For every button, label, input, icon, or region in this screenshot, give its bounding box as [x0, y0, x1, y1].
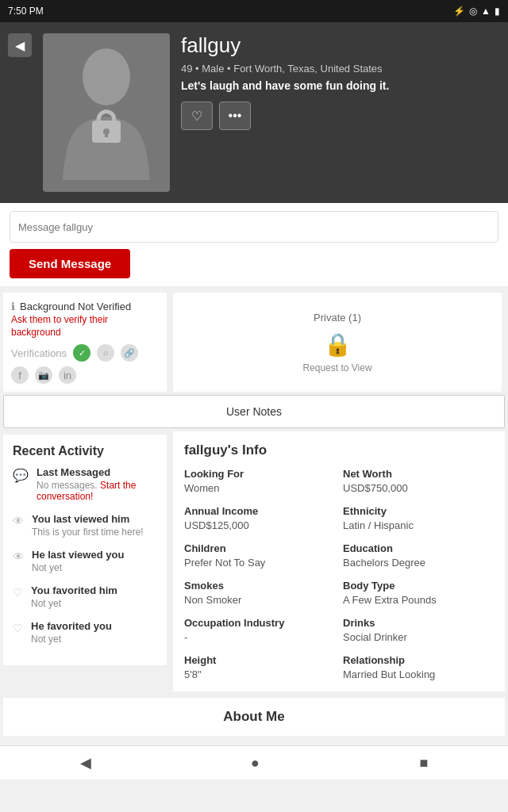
activity-viewed-him: 👁 You last viewed him This is your first… [13, 513, 157, 538]
viewed-him-sub: This is your first time here! [32, 527, 144, 538]
activity-viewed-you: 👁 He last viewed you Not yet [13, 549, 157, 573]
svg-point-0 [83, 48, 130, 105]
private-title: Private (1) [314, 312, 361, 324]
more-options-button[interactable]: ••• [219, 102, 251, 130]
viewed-you-sub: Not yet [32, 562, 124, 573]
info-field-net-worth: Net Worth USD$750,000 [343, 468, 494, 494]
verify-icon-check: ✓ [73, 344, 90, 362]
info-field-smokes: Smokes Non Smoker [184, 580, 335, 606]
verification-private-row: ℹ Background Not Verified Ask them to ve… [0, 289, 508, 392]
he-favorited-icon: ♡ [13, 622, 23, 634]
info-field-annual-income: Annual Income USD$125,000 [184, 505, 335, 531]
bluetooth-icon: ⚡ [453, 6, 465, 17]
message-area: Send Message [0, 203, 508, 286]
verifications-row: Verifications ✓ ○ 🔗 [11, 344, 159, 362]
viewed-you-icon: 👁 [13, 550, 24, 563]
fallguy-info: fallguy's Info Looking For Women Net Wor… [173, 431, 505, 691]
info-field-ethnicity: Ethnicity Latin / Hispanic [343, 505, 494, 531]
info-field-education: Education Bachelors Degree [343, 542, 494, 569]
svg-rect-3 [105, 132, 108, 137]
activity-last-messaged: 💬 Last Messaged No messages. Start the c… [13, 466, 157, 502]
status-icons: ⚡ ◎ ▲ ▮ [453, 6, 500, 17]
nav-home-button[interactable]: ● [251, 755, 260, 772]
he-favorited-sub: Not yet [31, 634, 112, 645]
verify-link[interactable]: Ask them to verify their background [11, 314, 108, 338]
profile-meta: 49 • Male • Fort Worth, Texas, United St… [181, 63, 497, 75]
verify-icon-circle: ○ [97, 344, 114, 362]
user-notes-button[interactable]: User Notes [3, 395, 505, 428]
you-favorited-sub: Not yet [31, 598, 117, 609]
info-field-height: Height 5'8" [184, 654, 335, 680]
info-field-body-type: Body Type A Few Extra Pounds [343, 580, 494, 606]
verify-icon-link: 🔗 [121, 344, 138, 362]
info-grid: Looking For Women Net Worth USD$750,000 … [184, 468, 494, 680]
info-icon: ℹ [11, 301, 15, 312]
profile-tagline: Let's laugh and have some fun doing it. [181, 79, 497, 92]
last-messaged-label: Last Messaged [37, 466, 157, 478]
nav-square-button[interactable]: ■ [419, 755, 428, 772]
info-field-looking-for: Looking For Women [184, 468, 335, 494]
message-input[interactable] [10, 211, 498, 243]
status-time: 7:50 PM [8, 6, 44, 17]
bottom-nav: ◀ ● ■ [0, 745, 508, 779]
activity-he-favorited: ♡ He favorited you Not yet [13, 620, 157, 645]
activity-you-favorited: ♡ You favorited him Not yet [13, 584, 157, 609]
last-messaged-sub: No messages. Start the conversation! [37, 480, 157, 502]
private-box: Private (1) 🔒 Request to View [173, 293, 502, 392]
recent-activity-title: Recent Activity [13, 444, 157, 458]
recent-activity: Recent Activity 💬 Last Messaged No messa… [3, 435, 167, 665]
you-favorited-label: You favorited him [31, 584, 117, 596]
wifi-icon: ▲ [481, 6, 491, 17]
profile-header: ◀ fallguy 49 • Male • Fort Worth, Texas,… [0, 22, 508, 203]
lower-section: Recent Activity 💬 Last Messaged No messa… [0, 431, 508, 691]
user-notes-wrapper: User Notes [0, 392, 508, 431]
viewed-you-label: He last viewed you [32, 549, 124, 561]
signal-icon: ◎ [469, 6, 477, 17]
status-bar: 7:50 PM ⚡ ◎ ▲ ▮ [0, 0, 508, 22]
instagram-icon: 📷 [35, 366, 52, 384]
verify-icons: ✓ ○ 🔗 [73, 344, 138, 362]
info-field-relationship: Relationship Married But Looking [343, 654, 494, 680]
profile-actions: ♡ ••• [181, 102, 497, 130]
bg-not-verified: ℹ Background Not Verified [11, 301, 159, 312]
request-view: Request to View [302, 362, 371, 373]
verification-section: ℹ Background Not Verified Ask them to ve… [3, 293, 167, 392]
back-button[interactable]: ◀ [8, 33, 32, 57]
fallguy-info-title: fallguy's Info [184, 442, 494, 458]
battery-icon: ▮ [495, 6, 500, 17]
social-icons-row: f 📷 in [11, 366, 159, 384]
you-favorited-icon: ♡ [13, 586, 23, 599]
lock-icon: 🔒 [324, 331, 352, 358]
about-me-wrapper: About Me [0, 691, 508, 739]
message-activity-icon: 💬 [13, 468, 29, 483]
profile-avatar [43, 33, 170, 192]
nav-back-button[interactable]: ◀ [80, 754, 91, 772]
about-me-title: About Me [14, 709, 494, 725]
facebook-icon: f [11, 366, 29, 384]
info-field-children: Children Prefer Not To Say [184, 542, 335, 569]
info-field-drinks: Drinks Social Drinker [343, 617, 494, 643]
info-field-occupation: Occupation Industry - [184, 617, 335, 643]
about-me-section: About Me [3, 698, 505, 736]
viewed-him-icon: 👁 [13, 515, 24, 527]
favorite-button[interactable]: ♡ [181, 102, 213, 130]
send-message-button[interactable]: Send Message [10, 249, 130, 278]
viewed-him-label: You last viewed him [32, 513, 144, 525]
recent-activity-column: Recent Activity 💬 Last Messaged No messa… [3, 431, 167, 691]
profile-info: fallguy 49 • Male • Fort Worth, Texas, U… [181, 33, 497, 130]
profile-name: fallguy [181, 33, 497, 58]
he-favorited-label: He favorited you [31, 620, 112, 632]
start-conversation-link[interactable]: Start the conversation! [37, 480, 136, 502]
linkedin-icon: in [59, 366, 76, 384]
fallguy-info-column: fallguy's Info Looking For Women Net Wor… [170, 431, 505, 691]
